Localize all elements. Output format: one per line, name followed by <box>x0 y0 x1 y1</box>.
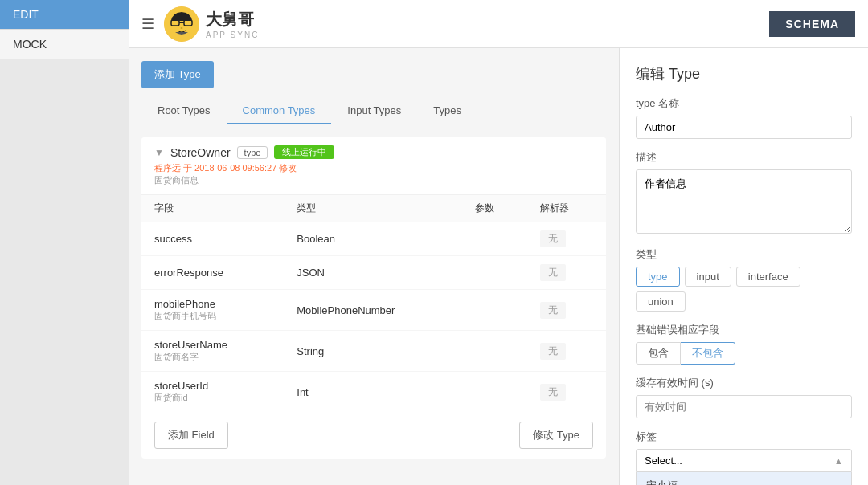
hamburger-icon[interactable]: ☰ <box>141 15 154 33</box>
tab-root-types[interactable]: Root Types <box>141 98 227 124</box>
toggle-buttons: 包含 不包含 <box>636 342 852 365</box>
field-table: 字段 类型 参数 解析器 success Boolean 无 <box>141 195 606 412</box>
field-name: storeUserId <box>154 380 271 392</box>
sidebar-item-mock[interactable]: MOCK <box>0 29 129 59</box>
resolver-cell: 无 <box>527 222 606 256</box>
field-cell: errorResponse <box>141 256 284 290</box>
add-type-button[interactable]: 添加 Type <box>141 61 214 88</box>
params-cell <box>462 372 527 413</box>
type-meta: 程序远 于 2018-06-08 09:56:27 修改 <box>154 162 593 174</box>
sidebar-edit-label: EDIT <box>13 8 39 21</box>
field-cell: mobilePhone 固货商手机号码 <box>141 290 284 331</box>
type-header: ▼ StoreOwner type 线上运行中 程序远 于 2018-06-08… <box>141 137 606 195</box>
center-panel: 添加 Type Root Types Common Types Input Ty… <box>129 48 619 485</box>
badge-online: 线上运行中 <box>274 145 334 159</box>
no-button[interactable]: 无 <box>540 302 566 319</box>
logo-subtitle: APP SYNC <box>206 31 259 39</box>
type-group: 类型 type input interface union <box>636 247 852 312</box>
right-panel: 编辑 Type type 名称 描述 作者信息 类型 type input in… <box>619 48 868 485</box>
bottom-actions: 添加 Field 修改 Type <box>141 412 606 459</box>
tag-select[interactable]: Select... ▲ <box>636 449 852 472</box>
cache-label: 缓存有效时间 (s) <box>636 376 852 390</box>
type-label: 类型 <box>636 247 852 262</box>
table-row: mobilePhone 固货商手机号码 MobilePhoneNumber 无 <box>141 290 606 331</box>
sidebar: EDIT MOCK <box>0 0 129 485</box>
type-card: ▼ StoreOwner type 线上运行中 程序远 于 2018-06-08… <box>141 137 606 459</box>
field-cell: storeUserName 固货商名字 <box>141 331 284 372</box>
type-cell: MobilePhoneNumber <box>284 290 462 331</box>
modify-type-button[interactable]: 修改 Type <box>519 422 593 449</box>
svg-point-0 <box>164 6 199 42</box>
table-row: errorResponse JSON 无 <box>141 256 606 290</box>
type-btn-input[interactable]: input <box>685 267 731 287</box>
cache-input[interactable] <box>636 395 852 418</box>
resolver-cell: 无 <box>527 290 606 331</box>
tag-placeholder: Select... <box>645 454 682 467</box>
logo-title: 大舅哥 <box>206 9 259 31</box>
field-sub: 固货商手机号码 <box>154 310 271 322</box>
col-field: 字段 <box>141 195 284 222</box>
resolver-cell: 无 <box>527 331 606 372</box>
type-buttons: type input interface union <box>636 267 852 312</box>
field-name: success <box>154 233 271 245</box>
desc-group: 描述 作者信息 <box>636 150 852 236</box>
svg-point-4 <box>181 27 183 29</box>
desc-label: 描述 <box>636 150 852 165</box>
dropdown-item-0[interactable]: 宋小福 <box>637 472 851 485</box>
table-row: storeUserId 固货商id Int 无 <box>141 372 606 413</box>
tab-input-types[interactable]: Input Types <box>331 98 417 124</box>
tag-group: 标签 Select... ▲ 宋小福 宋小菜 宋大仓 <box>636 430 852 485</box>
no-button[interactable]: 无 <box>540 230 566 247</box>
params-cell <box>462 331 527 372</box>
col-type: 类型 <box>284 195 462 222</box>
col-params: 参数 <box>462 195 527 222</box>
tab-types[interactable]: Types <box>417 98 477 124</box>
sidebar-mock-label: MOCK <box>13 38 47 51</box>
no-button[interactable]: 无 <box>540 264 566 281</box>
type-btn-union[interactable]: union <box>636 291 686 312</box>
tab-common-types[interactable]: Common Types <box>227 98 332 124</box>
schema-button[interactable]: SCHEMA <box>769 11 855 37</box>
type-name-input[interactable] <box>636 116 852 139</box>
type-btn-type[interactable]: type <box>636 267 680 287</box>
field-name: errorResponse <box>154 267 271 279</box>
add-field-button[interactable]: 添加 Field <box>154 422 228 449</box>
field-name: mobilePhone <box>154 298 271 310</box>
field-sub: 固货商id <box>154 392 271 404</box>
main-area: ☰ <box>129 0 868 485</box>
field-sub: 固货商名字 <box>154 351 271 363</box>
error-field-group: 基础错误相应字段 包含 不包含 <box>636 323 852 365</box>
type-desc: 固货商信息 <box>154 174 593 186</box>
no-button[interactable]: 无 <box>540 384 566 401</box>
content-area: 添加 Type Root Types Common Types Input Ty… <box>129 48 868 485</box>
type-toggle-icon[interactable]: ▼ <box>154 147 164 158</box>
table-row: success Boolean 无 <box>141 222 606 256</box>
type-name-label: type 名称 <box>636 96 852 111</box>
resolver-cell: 无 <box>527 256 606 290</box>
type-cell: JSON <box>284 256 462 290</box>
tag-label: 标签 <box>636 430 852 444</box>
field-name: storeUserName <box>154 339 271 351</box>
params-cell <box>462 290 527 331</box>
type-name-group: type 名称 <box>636 96 852 139</box>
logo-area: 大舅哥 APP SYNC <box>164 6 259 42</box>
chevron-down-icon: ▲ <box>834 456 843 466</box>
desc-textarea[interactable]: 作者信息 <box>636 169 852 234</box>
sidebar-item-edit[interactable]: EDIT <box>0 0 129 29</box>
no-button[interactable]: 无 <box>540 343 566 360</box>
table-row: storeUserName 固货商名字 String 无 <box>141 331 606 372</box>
params-cell <box>462 256 527 290</box>
params-cell <box>462 222 527 256</box>
tag-select-wrapper: Select... ▲ 宋小福 宋小菜 宋大仓 <box>636 449 852 485</box>
tabs: Root Types Common Types Input Types Type… <box>141 98 606 124</box>
type-cell: Int <box>284 372 462 413</box>
logo-text-group: 大舅哥 APP SYNC <box>206 9 259 39</box>
dropdown-list: 宋小福 宋小菜 宋大仓 <box>636 472 852 485</box>
type-name: StoreOwner <box>170 146 231 159</box>
field-cell: storeUserId 固货商id <box>141 372 284 413</box>
field-cell: success <box>141 222 284 256</box>
include-btn[interactable]: 包含 <box>636 342 681 365</box>
not-include-btn[interactable]: 不包含 <box>681 342 735 365</box>
type-btn-interface[interactable]: interface <box>736 267 800 287</box>
badge-type: type <box>237 146 268 159</box>
